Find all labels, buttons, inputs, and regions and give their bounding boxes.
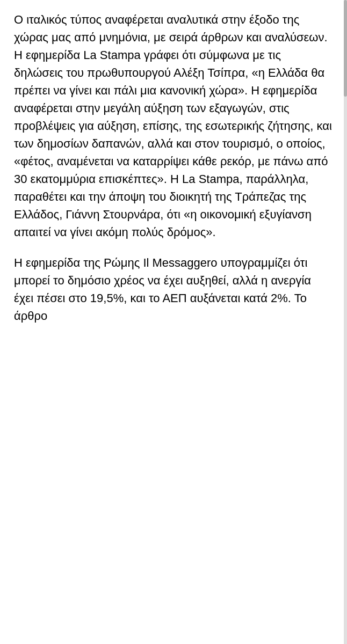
paragraph-2-text: Η εφημερίδα της Ρώμης Il Messaggero υπογ… [14,256,311,323]
paragraph-1: Ο ιταλικός τύπος αναφέρεται αναλυτικά στ… [14,11,333,241]
scrollbar-track[interactable] [344,0,347,644]
scrollbar-thumb[interactable] [344,0,347,97]
article-container: Ο ιταλικός τύπος αναφέρεται αναλυτικά στ… [0,0,347,644]
paragraph-1-text: Ο ιταλικός τύπος αναφέρεται αναλυτικά στ… [14,13,332,239]
article-text: Ο ιταλικός τύπος αναφέρεται αναλυτικά στ… [14,11,333,325]
paragraph-2: Η εφημερίδα της Ρώμης Il Messaggero υπογ… [14,254,333,325]
